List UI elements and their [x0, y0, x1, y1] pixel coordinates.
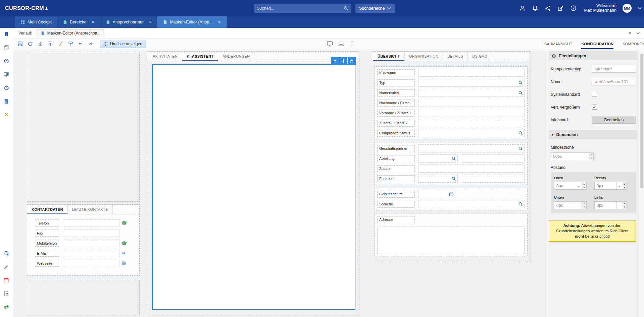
canvas-tab[interactable]: KONTAKTDATEN: [27, 205, 68, 214]
field-input-text[interactable]: [462, 154, 525, 163]
share-icon[interactable]: [544, 5, 551, 12]
step-down-icon[interactable]: ▼: [582, 186, 586, 190]
step-down-icon[interactable]: ▼: [589, 156, 593, 160]
step-down-icon[interactable]: ▼: [622, 186, 627, 190]
watch-view-icon[interactable]: [0, 250, 13, 257]
field-input[interactable]: [418, 165, 525, 173]
search-lookup-icon[interactable]: [518, 202, 523, 206]
main-tab[interactable]: Masken-Editor (Ansp... ×: [157, 16, 226, 28]
format-paint-icon[interactable]: [66, 40, 75, 48]
field-label[interactable]: Compliance Status: [377, 130, 415, 137]
field-label[interactable]: Sprache: [377, 201, 415, 208]
field-label[interactable]: Vorname / Zusatz 1: [377, 110, 415, 117]
move-up-button[interactable]: [331, 57, 339, 65]
field-label[interactable]: Kurzname: [377, 69, 415, 76]
canvas-tab[interactable]: LETZTE KONTAKTE: [68, 205, 113, 214]
search-areas-dropdown[interactable]: Suchbereiche: [355, 4, 395, 13]
field-label[interactable]: Geschäftspartner: [377, 145, 415, 152]
search-lookup-icon[interactable]: [452, 177, 456, 181]
spacing-input[interactable]: 0px: [594, 201, 616, 209]
unit-dropdown[interactable]: -: [576, 201, 582, 209]
field-label[interactable]: Namenstitel: [377, 89, 415, 97]
desktop-preview-icon[interactable]: [327, 41, 333, 47]
field-label[interactable]: Geburtsdatum: [377, 191, 415, 198]
field-label[interactable]: Fax: [35, 230, 59, 237]
undo-icon[interactable]: [76, 40, 85, 48]
refresh-icon[interactable]: [26, 40, 35, 48]
clean-broom-icon[interactable]: [56, 40, 65, 48]
empty-component-slot[interactable]: [27, 52, 140, 202]
field-label[interactable]: Adresse: [377, 216, 415, 223]
info-icon[interactable]: [570, 5, 577, 12]
tab-close-icon[interactable]: ×: [149, 20, 152, 24]
field-input[interactable]: [418, 144, 525, 152]
field-input[interactable]: [418, 79, 525, 87]
show-outlines-toggle[interactable]: Umrisse anzeigen: [100, 40, 146, 48]
unit-dropdown[interactable]: -: [576, 182, 582, 190]
step-down-icon[interactable]: ▼: [582, 205, 586, 209]
search-icon[interactable]: [344, 6, 348, 11]
global-search[interactable]: [254, 4, 351, 13]
field-input[interactable]: [64, 240, 119, 247]
laptop-preview-icon[interactable]: [338, 41, 344, 47]
field-label[interactable]: Abteilung: [377, 155, 415, 162]
date-input[interactable]: [418, 190, 455, 198]
field-label[interactable]: Telefon: [35, 219, 59, 227]
field-label[interactable]: Mobiltelefon: [35, 240, 59, 247]
panel-tab[interactable]: KOMPONENTEN: [623, 39, 644, 49]
download-icon[interactable]: [36, 40, 45, 48]
canvas-tab[interactable]: DS-GVO: [468, 52, 492, 61]
bookmark-icon[interactable]: [0, 31, 13, 38]
redo-icon[interactable]: [86, 40, 95, 48]
field-label[interactable]: Nachname / Firma: [377, 100, 415, 107]
document-settings-icon[interactable]: [0, 290, 13, 297]
spacing-input[interactable]: 0px: [554, 182, 576, 190]
dimension-section-header[interactable]: ▾ Dimension: [549, 130, 637, 139]
search-lookup-icon[interactable]: [518, 81, 523, 85]
field-input[interactable]: [64, 230, 119, 237]
step-up-icon[interactable]: ▲: [582, 202, 586, 205]
user-menu-chevron-icon[interactable]: [638, 7, 642, 10]
settings-section-header[interactable]: ⚙ Einstellungen: [549, 51, 637, 60]
contact-data-component[interactable]: KONTAKTDATENLETZTE KONTAKTE Telefon ☎ ✉ …: [27, 204, 140, 276]
search-input[interactable]: [257, 6, 344, 11]
spacing-input[interactable]: 0px: [594, 182, 616, 190]
panel-tab[interactable]: BAUMANSICHT: [544, 39, 572, 49]
copy-pages-icon[interactable]: [0, 44, 13, 51]
canvas-tab[interactable]: ÄNDERUNGEN: [218, 52, 254, 61]
report-document-icon[interactable]: [0, 98, 13, 105]
canvas-tab[interactable]: ORGANISATION: [405, 52, 443, 61]
delete-button[interactable]: [348, 57, 356, 65]
phone-icon[interactable]: ☎: [121, 221, 127, 225]
sync-arrows-icon[interactable]: ⇄: [0, 304, 13, 310]
edit-infoboard-button[interactable]: Bearbeiten: [592, 116, 636, 124]
field-label[interactable]: Typ: [377, 79, 415, 86]
close-panel-icon[interactable]: ×: [629, 30, 631, 36]
unit-dropdown[interactable]: -: [616, 201, 622, 209]
min-height-input[interactable]: 50px: [551, 152, 583, 160]
history-clock-icon[interactable]: [0, 58, 13, 64]
tab-close-icon[interactable]: ×: [92, 20, 95, 24]
selected-webview-component[interactable]: [152, 64, 355, 310]
canvas-tab[interactable]: DETAILS: [443, 52, 468, 61]
field-input[interactable]: [418, 129, 525, 137]
field-input[interactable]: [64, 260, 119, 267]
email-icon[interactable]: ✉: [121, 251, 125, 255]
address-area[interactable]: [377, 227, 525, 254]
field-label[interactable]: Webseite: [35, 260, 59, 267]
field-label[interactable]: Zusatz / Zusatz 2: [377, 120, 415, 127]
panel-tab[interactable]: KONFIGURATION: [581, 39, 613, 49]
unit-dropdown[interactable]: -: [616, 182, 622, 190]
step-up-icon[interactable]: ▲: [622, 202, 627, 205]
save-icon[interactable]: [16, 40, 24, 48]
user-directory-icon[interactable]: [519, 5, 526, 12]
field-label[interactable]: E-Mail: [35, 250, 59, 257]
collapse-chevron-icon[interactable]: [636, 32, 640, 35]
tab-close-icon[interactable]: ×: [218, 20, 221, 24]
field-input[interactable]: [64, 219, 119, 227]
canvas-tab[interactable]: ÜBERSICHT: [373, 52, 405, 61]
open-external-icon[interactable]: [557, 5, 564, 12]
main-tab[interactable]: Mein Cockpit ×: [15, 16, 57, 28]
screen-search-icon[interactable]: [0, 71, 13, 78]
field-label[interactable]: Zusatz: [377, 165, 415, 172]
